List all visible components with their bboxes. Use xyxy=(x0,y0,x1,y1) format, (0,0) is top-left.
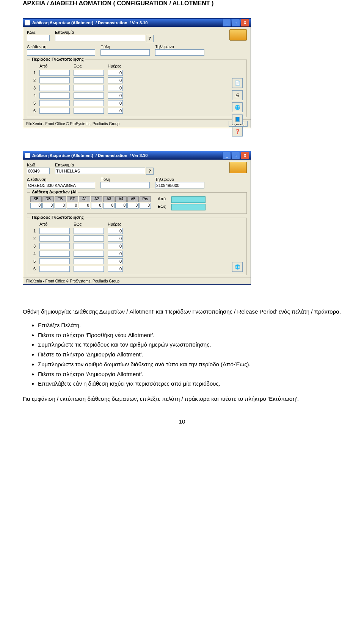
apo-input[interactable] xyxy=(39,77,70,83)
eos-input[interactable] xyxy=(74,100,104,106)
maximize-button[interactable]: □ xyxy=(232,19,240,27)
eos-input[interactable] xyxy=(74,251,104,257)
eponymia-input[interactable] xyxy=(55,168,145,174)
page-heading: ΑΡΧΕΙΑ / ΔΙΑΘΕΣΗ ΔΩΜΑΤΙΩΝ ( CONFIGURATIO… xyxy=(23,0,341,7)
close-button[interactable]: X xyxy=(241,19,249,27)
allot-cell[interactable]: 0 xyxy=(55,203,66,209)
allot-cell[interactable]: 0 xyxy=(127,203,139,209)
eos-input[interactable] xyxy=(74,85,104,91)
row-num: 6 xyxy=(30,267,36,271)
step-item: Πιέστε το πλήκτρο ‘Δημιουργία Allotment’… xyxy=(38,370,341,378)
imeres-input[interactable] xyxy=(108,251,123,257)
apo-input[interactable] xyxy=(39,243,70,249)
diathesi-legend: Διάθεση Δωματίων (Al xyxy=(30,190,78,194)
titlebar: Διάθεση Δωματίων (Allotment) / Demonstra… xyxy=(23,151,251,160)
imeres-input[interactable] xyxy=(108,70,123,76)
window-title-demo: / Demonstration xyxy=(96,153,127,158)
row-num: 1 xyxy=(30,229,36,233)
tool-icon[interactable]: ❓ xyxy=(232,127,243,136)
allot-cell[interactable]: 0 xyxy=(42,203,54,209)
imeres-input[interactable] xyxy=(108,108,123,114)
allot-cell[interactable]: 0 xyxy=(140,203,151,209)
label-tilefono: Τηλέφωνο xyxy=(155,177,204,182)
lookup-button[interactable]: ? xyxy=(146,35,154,42)
step-item: Πιέστε το πλήκτρο ‘Δημιουργία Allotment’… xyxy=(38,350,341,359)
poli-input[interactable] xyxy=(100,182,150,188)
label-eponymia: Επωνυμία xyxy=(55,30,154,35)
col-eos: Εως xyxy=(74,64,104,68)
minimize-button[interactable]: _ xyxy=(223,152,231,159)
apo-input[interactable] xyxy=(39,258,70,264)
tilefono-input[interactable] xyxy=(155,49,204,56)
apo-input[interactable] xyxy=(39,70,70,76)
kod-input[interactable] xyxy=(27,35,50,41)
window-title-ver: / Ver 3.10 xyxy=(130,153,148,158)
label-kod: Κωδ. xyxy=(27,30,50,35)
imeres-input[interactable] xyxy=(108,258,123,264)
imeres-input[interactable] xyxy=(108,100,123,106)
imeres-input[interactable] xyxy=(108,228,123,234)
apo-input[interactable] xyxy=(39,251,70,257)
imeres-input[interactable] xyxy=(108,77,123,83)
apo-input[interactable] xyxy=(39,266,70,272)
eos-input[interactable] xyxy=(74,228,104,234)
eos-input[interactable] xyxy=(74,266,104,272)
imeres-input[interactable] xyxy=(108,85,123,91)
row-num: 5 xyxy=(30,259,36,264)
step-item: Επιλέξτε Πελάτη. xyxy=(38,321,341,329)
eos-input[interactable] xyxy=(74,258,104,264)
tilefono-input[interactable] xyxy=(155,182,204,188)
label-poli: Πόλη xyxy=(100,177,150,182)
apo-input[interactable] xyxy=(39,93,70,99)
poli-input[interactable] xyxy=(100,49,150,56)
app-icon xyxy=(25,153,30,158)
eos-input[interactable] xyxy=(74,77,104,83)
dieuthynsi-input[interactable] xyxy=(27,182,95,188)
row-num: 4 xyxy=(30,251,36,256)
tool-icon[interactable]: 🖨 xyxy=(232,90,243,100)
eos-input[interactable] xyxy=(74,70,104,76)
apo-input[interactable] xyxy=(39,235,70,242)
maximize-button[interactable]: □ xyxy=(232,152,240,159)
eponymia-input[interactable] xyxy=(55,35,145,41)
closing-paragraph: Για εμφάνιση / εκτύπωση διάθεσης δωματίω… xyxy=(23,395,341,403)
apo-input[interactable] xyxy=(39,108,70,114)
minimize-button[interactable]: _ xyxy=(223,19,231,27)
row-num: 2 xyxy=(30,78,36,83)
allot-cell[interactable]: 0 xyxy=(30,203,42,209)
tool-icon[interactable]: 📘 xyxy=(232,115,243,124)
kod-input[interactable] xyxy=(27,168,50,174)
apo-input[interactable] xyxy=(39,85,70,91)
imeres-input[interactable] xyxy=(108,235,123,242)
close-button[interactable]: X xyxy=(241,152,249,159)
brand-logo xyxy=(229,29,247,41)
tool-icon[interactable]: 🌐 xyxy=(232,262,243,272)
allot-cell[interactable]: 0 xyxy=(67,203,78,209)
imeres-input[interactable] xyxy=(108,243,123,249)
dieuthynsi-input[interactable] xyxy=(27,49,95,56)
eos-input[interactable] xyxy=(74,108,104,114)
allot-cell[interactable]: 0 xyxy=(79,203,90,209)
eos-date-input[interactable] xyxy=(171,204,206,210)
lookup-button[interactable]: ? xyxy=(146,168,154,175)
apo-input[interactable] xyxy=(39,228,70,234)
eos-input[interactable] xyxy=(74,235,104,242)
apo-input[interactable] xyxy=(39,100,70,106)
allot-cell[interactable]: 0 xyxy=(91,203,102,209)
diathesi-group: Διάθεση Δωματίων (Al SB DB TB ST A1 A2 A… xyxy=(27,192,247,214)
eos-input[interactable] xyxy=(74,243,104,249)
imeres-input[interactable] xyxy=(108,266,123,272)
allot-cell[interactable]: 0 xyxy=(103,203,115,209)
tool-icon[interactable]: 🌐 xyxy=(232,102,243,112)
window-title: Διάθεση Δωματίων (Allotment) xyxy=(32,153,93,158)
allotment-window-empty: Διάθεση Δωματίων (Allotment) / Demonstra… xyxy=(23,18,251,128)
tool-icon[interactable]: 📄 xyxy=(232,78,243,88)
apo-date-input[interactable] xyxy=(171,196,206,203)
row-num: 3 xyxy=(30,86,36,90)
eos-input[interactable] xyxy=(74,93,104,99)
col-eos: Εως xyxy=(74,222,104,226)
allot-cell[interactable]: 0 xyxy=(115,203,127,209)
allot-header: A1 xyxy=(79,196,90,202)
window-title: Διάθεση Δωματίων (Allotment) xyxy=(32,20,93,25)
imeres-input[interactable] xyxy=(108,93,123,99)
